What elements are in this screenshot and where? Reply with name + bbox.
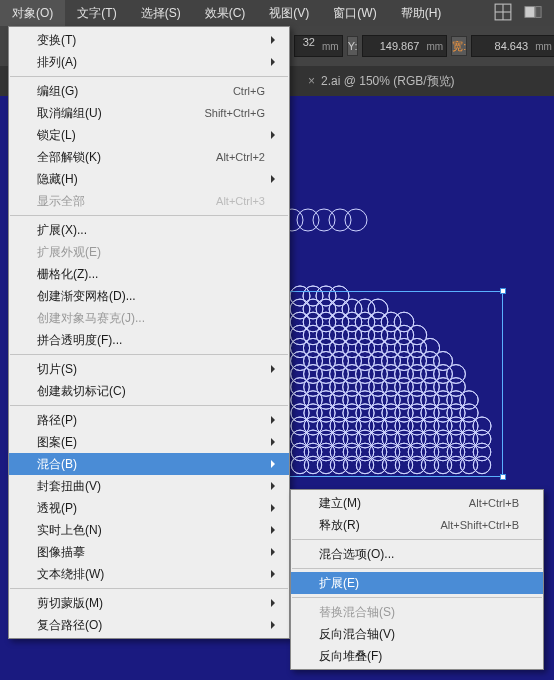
menu-item-label: 扩展(E) xyxy=(319,575,519,592)
blend-submenu: 建立(M)Alt+Ctrl+B释放(R)Alt+Shift+Ctrl+B混合选项… xyxy=(290,489,544,670)
menu-item-label: 取消编组(U) xyxy=(37,105,204,122)
menu-item[interactable]: 封套扭曲(V) xyxy=(9,475,289,497)
menu-item[interactable]: 扩展(E) xyxy=(291,572,543,594)
menu-item[interactable]: 混合选项(O)... xyxy=(291,543,543,565)
w-input[interactable] xyxy=(472,36,532,56)
menu-item: 显示全部Alt+Ctrl+3 xyxy=(9,190,289,212)
menu-item-label: 剪切蒙版(M) xyxy=(37,595,265,612)
menu-item[interactable]: 创建渐变网格(D)... xyxy=(9,285,289,307)
menu-separator xyxy=(292,597,542,598)
menu-item[interactable]: 取消编组(U)Shift+Ctrl+G xyxy=(9,102,289,124)
menu-item[interactable]: 排列(A) xyxy=(9,51,289,73)
menu-item-shortcut: Shift+Ctrl+G xyxy=(204,107,265,119)
document-tab[interactable]: 2.ai @ 150% (RGB/预览) xyxy=(300,73,463,90)
menu-item-label: 图像描摹 xyxy=(37,544,265,561)
menu-item[interactable]: 图像描摹 xyxy=(9,541,289,563)
menu-item[interactable]: 剪切蒙版(M) xyxy=(9,592,289,614)
menu-item-shortcut: Alt+Ctrl+2 xyxy=(216,151,265,163)
w-label: 宽: xyxy=(451,36,467,56)
grid-icon[interactable] xyxy=(494,3,512,24)
selection-handle-br[interactable] xyxy=(500,474,506,480)
menu-item[interactable]: 混合(B) xyxy=(9,453,289,475)
menu-separator xyxy=(10,405,288,406)
menu-item-label: 创建渐变网格(D)... xyxy=(37,288,265,305)
menu-item-label: 图案(E) xyxy=(37,434,265,451)
y-label: Y: xyxy=(347,36,359,56)
menubar-right-icons xyxy=(494,3,554,24)
svg-rect-4 xyxy=(536,6,541,17)
menu-object[interactable]: 对象(O) xyxy=(0,0,65,26)
menu-item: 扩展外观(E) xyxy=(9,241,289,263)
w-field[interactable]: mm xyxy=(471,35,554,57)
menu-item[interactable]: 扩展(X)... xyxy=(9,219,289,241)
y-field[interactable]: mm xyxy=(362,35,447,57)
menu-separator xyxy=(10,588,288,589)
menu-item-label: 全部解锁(K) xyxy=(37,149,216,166)
object-menu: 变换(T)排列(A)编组(G)Ctrl+G取消编组(U)Shift+Ctrl+G… xyxy=(8,26,290,639)
menu-item[interactable]: 编组(G)Ctrl+G xyxy=(9,80,289,102)
selection-handle-tr[interactable] xyxy=(500,288,506,294)
menu-item[interactable]: 全部解锁(K)Alt+Ctrl+2 xyxy=(9,146,289,168)
menu-view[interactable]: 视图(V) xyxy=(257,0,321,26)
menu-item-label: 扩展外观(E) xyxy=(37,244,265,261)
menu-item-label: 复合路径(O) xyxy=(37,617,265,634)
menu-item[interactable]: 切片(S) xyxy=(9,358,289,380)
menu-item-label: 透视(P) xyxy=(37,500,265,517)
menu-item[interactable]: 栅格化(Z)... xyxy=(9,263,289,285)
menu-item-label: 封套扭曲(V) xyxy=(37,478,265,495)
menu-item[interactable]: 释放(R)Alt+Shift+Ctrl+B xyxy=(291,514,543,536)
menu-item-label: 显示全部 xyxy=(37,193,216,210)
menu-item[interactable]: 反向堆叠(F) xyxy=(291,645,543,667)
menu-item[interactable]: 实时上色(N) xyxy=(9,519,289,541)
menu-item-label: 替换混合轴(S) xyxy=(319,604,519,621)
x-field[interactable]: 32 mm xyxy=(294,35,343,57)
menu-item[interactable]: 锁定(L) xyxy=(9,124,289,146)
menu-item[interactable]: 隐藏(H) xyxy=(9,168,289,190)
svg-rect-3 xyxy=(525,6,535,17)
menu-item-label: 实时上色(N) xyxy=(37,522,265,539)
menu-item[interactable]: 建立(M)Alt+Ctrl+B xyxy=(291,492,543,514)
menu-window[interactable]: 窗口(W) xyxy=(321,0,388,26)
menu-item-label: 变换(T) xyxy=(37,32,265,49)
menu-item-label: 反向堆叠(F) xyxy=(319,648,519,665)
menu-item[interactable]: 图案(E) xyxy=(9,431,289,453)
menu-item[interactable]: 路径(P) xyxy=(9,409,289,431)
menu-item[interactable]: 变换(T) xyxy=(9,29,289,51)
menu-separator xyxy=(292,568,542,569)
menu-item[interactable]: 创建裁切标记(C) xyxy=(9,380,289,402)
menu-separator xyxy=(10,354,288,355)
menu-item-label: 扩展(X)... xyxy=(37,222,265,239)
menubar: 对象(O) 文字(T) 选择(S) 效果(C) 视图(V) 窗口(W) 帮助(H… xyxy=(0,0,554,26)
menu-item-label: 文本绕排(W) xyxy=(37,566,265,583)
menu-item[interactable]: 拼合透明度(F)... xyxy=(9,329,289,351)
menu-type[interactable]: 文字(T) xyxy=(65,0,128,26)
menu-item-label: 锁定(L) xyxy=(37,127,265,144)
menu-item-label: 拼合透明度(F)... xyxy=(37,332,265,349)
menu-separator xyxy=(10,76,288,77)
selection-rect xyxy=(283,291,503,477)
menu-item-shortcut: Alt+Shift+Ctrl+B xyxy=(440,519,519,531)
menu-item-label: 隐藏(H) xyxy=(37,171,265,188)
menu-item[interactable]: 透视(P) xyxy=(9,497,289,519)
menu-item-label: 混合选项(O)... xyxy=(319,546,519,563)
menu-item-label: 创建对象马赛克(J)... xyxy=(37,310,265,327)
menu-item-label: 创建裁切标记(C) xyxy=(37,383,265,400)
menu-item[interactable]: 反向混合轴(V) xyxy=(291,623,543,645)
menu-item-label: 反向混合轴(V) xyxy=(319,626,519,643)
menu-separator xyxy=(292,539,542,540)
menu-item[interactable]: 复合路径(O) xyxy=(9,614,289,636)
menu-effect[interactable]: 效果(C) xyxy=(193,0,258,26)
menu-help[interactable]: 帮助(H) xyxy=(389,0,454,26)
svg-point-9 xyxy=(345,209,367,231)
layout-icon[interactable] xyxy=(524,3,542,24)
menu-item-shortcut: Alt+Ctrl+B xyxy=(469,497,519,509)
menu-item-label: 切片(S) xyxy=(37,361,265,378)
menu-select[interactable]: 选择(S) xyxy=(129,0,193,26)
menu-item-label: 路径(P) xyxy=(37,412,265,429)
menu-item: 创建对象马赛克(J)... xyxy=(9,307,289,329)
menu-item[interactable]: 文本绕排(W) xyxy=(9,563,289,585)
y-input[interactable] xyxy=(363,36,423,56)
menu-item-shortcut: Alt+Ctrl+3 xyxy=(216,195,265,207)
close-icon[interactable] xyxy=(308,74,315,88)
menu-item-shortcut: Ctrl+G xyxy=(233,85,265,97)
